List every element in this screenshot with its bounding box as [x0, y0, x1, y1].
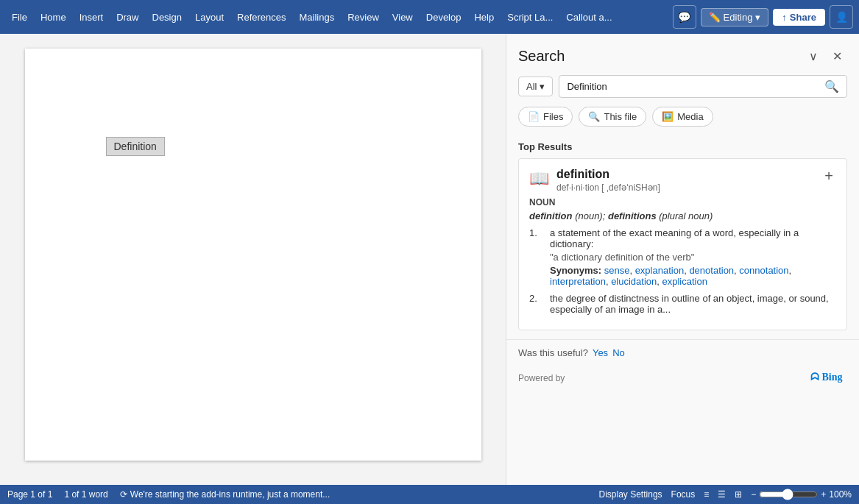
noun-label: NOUN — [529, 197, 836, 207]
result-forms: definition (noun); definitions (plural n… — [529, 210, 836, 221]
synonym-explanation[interactable]: explanation — [635, 265, 685, 276]
layout-icon-2[interactable]: ☰ — [718, 489, 726, 500]
meaning-1-text: a statement of the exact meaning of a wo… — [550, 227, 799, 249]
result-word: definition — [556, 168, 660, 181]
filter-media[interactable]: 🖼️ Media — [652, 107, 713, 127]
display-settings-btn[interactable]: Display Settings — [599, 489, 662, 500]
scope-chevron-icon: ▾ — [540, 81, 545, 92]
synonyms-row: Synonyms: sense, explanation, denotation… — [550, 265, 836, 287]
meaning-2-text: the degree of distinctness in outline of… — [550, 293, 829, 315]
search-input-wrapper: 🔍 — [559, 75, 847, 98]
meaning-1-num: 1. — [529, 227, 544, 287]
powered-row: Powered by ᗣ Bing — [506, 366, 859, 393]
pencil-icon: ✏️ — [709, 12, 721, 23]
form-plural: definitions — [608, 210, 657, 221]
search-results-area[interactable]: Top Results 📖 definition def·i·ni·tion [… — [506, 135, 859, 485]
comment-button[interactable]: 💬 — [673, 5, 696, 29]
top-results-label: Top Results — [506, 135, 859, 158]
search-title: Search — [518, 48, 565, 65]
result-card-header: 📖 definition def·i·ni·tion [ ˌdefəˈniSHə… — [529, 168, 836, 193]
menu-develop[interactable]: Develop — [420, 9, 467, 26]
share-label: Share — [790, 12, 816, 23]
layout-icon-1[interactable]: ≡ — [704, 489, 709, 500]
focus-btn[interactable]: Focus — [671, 489, 696, 500]
menu-view[interactable]: View — [386, 9, 419, 26]
menu-home[interactable]: Home — [35, 9, 72, 26]
editing-label: Editing — [724, 12, 753, 23]
synonym-explication[interactable]: explication — [662, 276, 707, 287]
result-phonetic: def·i·ni·tion [ ˌdefəˈniSHən] — [556, 182, 660, 193]
zoom-bar: − + 100% — [751, 489, 852, 500]
toolbar-right: 💬 ✏️ Editing ▾ ↑ Share 👤 — [673, 5, 853, 29]
useful-row: Was this useful? Yes No — [506, 339, 859, 366]
menu-callout[interactable]: Callout a... — [560, 9, 618, 26]
profile-button[interactable]: 👤 — [830, 5, 853, 29]
word-count: 1 of 1 word — [64, 489, 107, 500]
filter-thisfile-label: This file — [604, 111, 637, 122]
search-this-icon: 🔍 — [588, 111, 600, 122]
result-list: 1. a statement of the exact meaning of a… — [529, 227, 836, 315]
useful-question: Was this useful? — [518, 347, 588, 358]
menu-script[interactable]: Script La... — [501, 9, 559, 26]
document-definition-label: Definition — [106, 137, 165, 156]
menu-review[interactable]: Review — [342, 9, 385, 26]
zoom-slider[interactable] — [759, 489, 818, 500]
result-word-block: definition def·i·ni·tion [ ˌdefəˈniSHən] — [556, 168, 660, 193]
result-meaning-2: 2. the degree of distinctness in outline… — [529, 293, 836, 315]
zoom-minus[interactable]: − — [751, 489, 756, 500]
file-icon: 📄 — [528, 111, 540, 122]
search-header-icons: ∨ ✕ — [803, 46, 847, 66]
definition-result-card: 📖 definition def·i·ni·tion [ ˌdefəˈniSHə… — [518, 158, 847, 330]
synonym-interpretation[interactable]: interpretation — [550, 276, 606, 287]
meaning-2-num: 2. — [529, 293, 544, 315]
filter-media-label: Media — [677, 111, 703, 122]
zoom-plus[interactable]: + — [821, 489, 826, 500]
menu-references[interactable]: References — [231, 9, 291, 26]
editing-button[interactable]: ✏️ Editing ▾ — [701, 8, 769, 26]
share-button[interactable]: ↑ Share — [773, 9, 825, 26]
synonyms-label: Synonyms: — [550, 265, 601, 276]
menu-draw[interactable]: Draw — [110, 9, 144, 26]
add-to-doc-button[interactable]: + — [821, 168, 836, 185]
menu-design[interactable]: Design — [146, 9, 188, 26]
filter-files[interactable]: 📄 Files — [518, 107, 573, 127]
runtime-icon: ⟳ — [120, 489, 127, 500]
useful-no[interactable]: No — [612, 347, 625, 358]
synonym-connotation[interactable]: connotation — [739, 265, 788, 276]
search-go-button[interactable]: 🔍 — [824, 79, 839, 93]
dictionary-icon: 📖 — [529, 169, 549, 188]
menu-help[interactable]: Help — [468, 9, 500, 26]
filter-row: 📄 Files 🔍 This file 🖼️ Media — [506, 107, 859, 135]
scope-selector[interactable]: All ▾ — [518, 77, 553, 96]
filter-this-file[interactable]: 🔍 This file — [579, 107, 646, 127]
search-panel: Search ∨ ✕ All ▾ 🔍 📄 Files 🔍 — [506, 34, 859, 485]
bing-logo: ᗣ Bing — [810, 370, 847, 386]
menu-insert[interactable]: Insert — [74, 9, 110, 26]
menu-file[interactable]: File — [6, 9, 33, 26]
layout-icon-3[interactable]: ⊞ — [735, 489, 742, 500]
close-button[interactable]: ✕ — [827, 46, 847, 66]
meaning-1-quote: "a dictionary definition of the verb" — [550, 252, 836, 263]
zoom-level: 100% — [829, 489, 852, 500]
statusbar: Page 1 of 1 1 of 1 word ⟳ We're starting… — [0, 485, 859, 504]
meaning-2-content: the degree of distinctness in outline of… — [550, 293, 836, 315]
page-info: Page 1 of 1 — [7, 489, 52, 500]
search-header: Search ∨ ✕ — [506, 34, 859, 75]
menu-mailings[interactable]: Mailings — [294, 9, 341, 26]
menu-layout[interactable]: Layout — [189, 9, 230, 26]
form-plural-label: (plural noun) — [659, 210, 713, 221]
status-right: Display Settings Focus ≡ ☰ ⊞ − + 100% — [599, 489, 852, 500]
synonym-sense[interactable]: sense — [604, 265, 630, 276]
runtime-message: ⟳ We're starting the add-ins runtime, ju… — [120, 489, 330, 500]
search-input[interactable] — [567, 81, 824, 92]
useful-yes[interactable]: Yes — [593, 347, 608, 358]
result-word-info: 📖 definition def·i·ni·tion [ ˌdefəˈniSHə… — [529, 168, 660, 193]
scope-label: All — [526, 81, 537, 92]
minimize-button[interactable]: ∨ — [803, 46, 824, 66]
filter-files-label: Files — [543, 111, 563, 122]
synonym-elucidation[interactable]: elucidation — [611, 276, 657, 287]
synonym-denotation[interactable]: denotation — [689, 265, 734, 276]
media-icon: 🖼️ — [662, 111, 674, 122]
main-area: Definition Search ∨ ✕ All ▾ 🔍 — [0, 34, 859, 485]
result-body: NOUN definition (noun); definitions (plu… — [529, 197, 836, 315]
